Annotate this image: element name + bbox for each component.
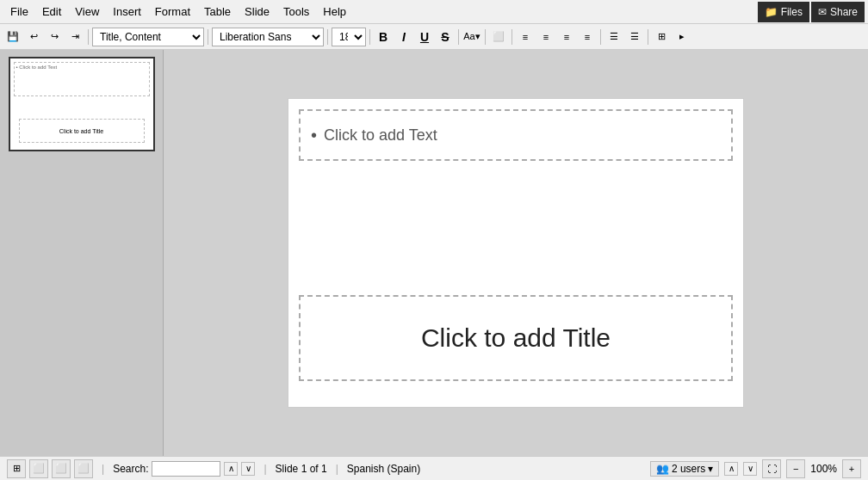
shape-button[interactable]: ⬜	[489, 28, 508, 46]
language-info: Spanish (Spain)	[347, 463, 420, 475]
menu-file[interactable]: File	[3, 3, 35, 20]
sep-7	[512, 29, 512, 45]
italic-button[interactable]: I	[394, 28, 413, 46]
search-area: Search: ∧ ∨	[113, 461, 255, 477]
share-icon: ✉	[818, 6, 827, 18]
sep-6	[485, 29, 486, 45]
menu-table[interactable]: Table	[197, 3, 238, 20]
normal-view-icon[interactable]: ⊞	[7, 459, 26, 478]
thumb-text-placeholder: • Click to add Text	[14, 62, 150, 96]
toolbar: 💾 ↩ ↪ ⇥ Title, Content Liberation Sans 1…	[0, 24, 868, 50]
top-right-buttons: 📁 Files ✉ Share	[758, 2, 865, 22]
sep-4	[369, 29, 370, 45]
table-button[interactable]: ⊞	[652, 28, 671, 46]
title-placeholder-label: Click to add Title	[421, 323, 611, 353]
search-up-arrow[interactable]: ∧	[224, 462, 238, 476]
users-icon: 👥	[656, 463, 669, 475]
sep-2	[208, 29, 208, 45]
undo-button[interactable]: ↩	[24, 28, 43, 46]
search-down-arrow[interactable]: ∨	[241, 462, 255, 476]
text-placeholder-label: Click to add Text	[324, 126, 437, 145]
canvas-area: • Click to add Text Click to add Title	[164, 50, 868, 456]
sep-3	[327, 29, 328, 45]
fit-page-button[interactable]: ⛶	[762, 459, 781, 478]
users-badge[interactable]: 👥 2 users ▾	[650, 461, 719, 477]
zoom-in-button[interactable]: +	[842, 459, 861, 478]
indent-button[interactable]: ⇥	[65, 28, 84, 46]
files-button[interactable]: 📁 Files	[758, 2, 809, 22]
align-right-button[interactable]: ≡	[557, 28, 576, 46]
menu-view[interactable]: View	[68, 3, 106, 20]
share-label: Share	[830, 6, 858, 18]
sep-8	[600, 29, 601, 45]
bullet-icon: •	[311, 126, 317, 145]
search-input[interactable]	[152, 461, 220, 477]
share-button[interactable]: ✉ Share	[811, 2, 865, 22]
main-area: • Click to add Text Click to add Title •…	[0, 50, 868, 456]
list-bullet-button[interactable]: ☰	[604, 28, 623, 46]
menu-help[interactable]: Help	[316, 3, 353, 20]
menu-tools[interactable]: Tools	[276, 3, 316, 20]
zoom-out-button[interactable]: −	[786, 459, 805, 478]
character-spacing-button[interactable]: Aa▾	[462, 28, 481, 46]
underline-button[interactable]: U	[415, 28, 434, 46]
prev-slide-button[interactable]: ∧	[724, 462, 738, 476]
menu-bar: File Edit View Insert Format Table Slide…	[0, 0, 868, 24]
slide-canvas[interactable]: • Click to add Text Click to add Title	[288, 98, 744, 408]
slide-thumbnail[interactable]: • Click to add Text Click to add Title	[9, 57, 155, 151]
zoom-level: 100%	[810, 463, 837, 475]
menu-edit[interactable]: Edit	[35, 3, 68, 20]
bold-button[interactable]: B	[374, 28, 393, 46]
align-center-button[interactable]: ≡	[536, 28, 555, 46]
menu-insert[interactable]: Insert	[106, 3, 148, 20]
save-button[interactable]: 💾	[3, 28, 22, 46]
text-placeholder[interactable]: • Click to add Text	[299, 109, 733, 161]
thumb-title-placeholder: Click to add Title	[19, 119, 145, 143]
menu-format[interactable]: Format	[148, 3, 197, 20]
outline-view-icon[interactable]: ⬜	[29, 459, 48, 478]
sep-5	[458, 29, 459, 45]
status-right: 👥 2 users ▾ ∧ ∨ ⛶ − 100% +	[650, 459, 861, 478]
sep-1	[88, 29, 89, 45]
align-justify-button[interactable]: ≡	[578, 28, 597, 46]
align-left-button[interactable]: ≡	[516, 28, 535, 46]
more-button[interactable]: ▸	[673, 28, 691, 46]
users-dropdown-icon: ▾	[708, 463, 713, 475]
status-bar: ⊞ ⬜ ⬜ ⬜ | Search: ∧ ∨ | Slide 1 of 1 | S…	[0, 456, 868, 480]
slide-sorter-icon[interactable]: ⬜	[74, 459, 93, 478]
strikethrough-button[interactable]: S	[436, 28, 455, 46]
redo-button[interactable]: ↪	[45, 28, 64, 46]
view-icons: ⊞ ⬜ ⬜ ⬜	[7, 459, 93, 478]
slide-panel: • Click to add Text Click to add Title	[0, 50, 164, 456]
title-placeholder[interactable]: Click to add Title	[299, 295, 733, 381]
notes-view-icon[interactable]: ⬜	[52, 459, 71, 478]
files-icon: 📁	[765, 6, 778, 18]
slide-info: Slide 1 of 1	[276, 463, 327, 475]
menu-slide[interactable]: Slide	[238, 3, 276, 20]
sep-9	[648, 29, 648, 45]
files-label: Files	[781, 6, 803, 18]
font-size-select[interactable]: 18	[332, 28, 366, 46]
font-select[interactable]: Liberation Sans	[212, 28, 324, 46]
next-slide-button[interactable]: ∨	[743, 462, 757, 476]
search-label: Search:	[113, 463, 148, 475]
users-count: 2 users	[672, 463, 705, 475]
layout-select[interactable]: Title, Content	[92, 28, 204, 46]
list-number-button[interactable]: ☰	[625, 28, 644, 46]
